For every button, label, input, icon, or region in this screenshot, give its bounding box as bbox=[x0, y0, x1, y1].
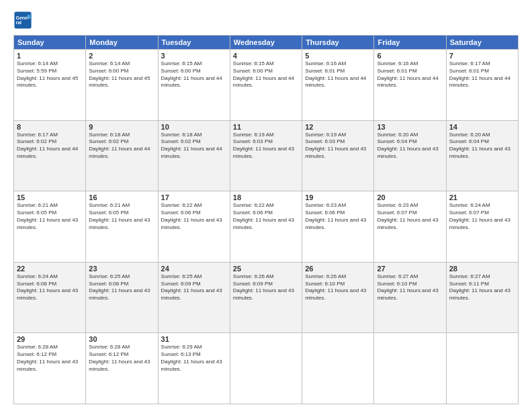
day-number: 17 bbox=[161, 193, 227, 201]
calendar-cell bbox=[374, 333, 446, 404]
calendar-week-row: 22Sunrise: 6:24 AMSunset: 6:08 PMDayligh… bbox=[14, 262, 519, 333]
day-number: 25 bbox=[233, 265, 299, 273]
calendar-cell: 8Sunrise: 6:17 AMSunset: 6:02 PMDaylight… bbox=[14, 120, 86, 191]
day-number: 20 bbox=[377, 193, 443, 201]
day-info: Sunrise: 6:21 AMSunset: 6:05 PMDaylight:… bbox=[17, 202, 83, 231]
calendar-cell: 18Sunrise: 6:22 AMSunset: 6:06 PMDayligh… bbox=[230, 191, 302, 263]
day-info: Sunrise: 6:22 AMSunset: 6:06 PMDaylight:… bbox=[161, 202, 227, 231]
calendar-cell: 3Sunrise: 6:15 AMSunset: 6:00 PMDaylight… bbox=[158, 50, 230, 121]
weekday-header: Tuesday bbox=[158, 36, 230, 50]
day-info: Sunrise: 6:14 AMSunset: 6:00 PMDaylight:… bbox=[89, 60, 154, 89]
day-info: Sunrise: 6:20 AMSunset: 6:04 PMDaylight:… bbox=[449, 132, 515, 161]
calendar-cell bbox=[446, 333, 518, 404]
calendar-cell: 27Sunrise: 6:27 AMSunset: 6:10 PMDayligh… bbox=[374, 262, 446, 333]
day-number: 3 bbox=[161, 52, 227, 60]
calendar-cell: 12Sunrise: 6:19 AMSunset: 6:03 PMDayligh… bbox=[302, 120, 374, 191]
calendar-cell: 14Sunrise: 6:20 AMSunset: 6:04 PMDayligh… bbox=[446, 120, 518, 191]
day-info: Sunrise: 6:17 AMSunset: 6:01 PMDaylight:… bbox=[449, 60, 515, 89]
day-info: Sunrise: 6:24 AMSunset: 6:08 PMDaylight:… bbox=[17, 273, 83, 302]
day-number: 2 bbox=[89, 52, 154, 60]
day-info: Sunrise: 6:19 AMSunset: 6:03 PMDaylight:… bbox=[305, 132, 371, 161]
day-info: Sunrise: 6:29 AMSunset: 6:13 PMDaylight:… bbox=[161, 344, 227, 373]
calendar-cell: 1Sunrise: 6:14 AMSunset: 5:59 PMDaylight… bbox=[14, 50, 86, 121]
day-number: 24 bbox=[161, 265, 227, 273]
calendar-cell bbox=[230, 333, 302, 404]
calendar-cell bbox=[302, 333, 374, 404]
calendar-table: SundayMondayTuesdayWednesdayThursdayFrid… bbox=[13, 35, 519, 404]
day-number: 15 bbox=[17, 193, 83, 201]
day-info: Sunrise: 6:14 AMSunset: 5:59 PMDaylight:… bbox=[17, 60, 83, 89]
svg-text:Gene-: Gene- bbox=[16, 15, 30, 20]
day-info: Sunrise: 6:17 AMSunset: 6:02 PMDaylight:… bbox=[17, 132, 83, 161]
calendar-cell: 25Sunrise: 6:26 AMSunset: 6:09 PMDayligh… bbox=[230, 262, 302, 333]
calendar-week-row: 1Sunrise: 6:14 AMSunset: 5:59 PMDaylight… bbox=[14, 50, 519, 121]
calendar-cell: 22Sunrise: 6:24 AMSunset: 6:08 PMDayligh… bbox=[14, 262, 86, 333]
day-number: 10 bbox=[161, 123, 227, 131]
calendar-cell: 11Sunrise: 6:19 AMSunset: 6:03 PMDayligh… bbox=[230, 120, 302, 191]
calendar-cell: 23Sunrise: 6:25 AMSunset: 6:08 PMDayligh… bbox=[86, 262, 158, 333]
day-number: 23 bbox=[89, 265, 154, 273]
calendar-cell: 21Sunrise: 6:24 AMSunset: 6:07 PMDayligh… bbox=[446, 191, 518, 263]
day-info: Sunrise: 6:23 AMSunset: 6:06 PMDaylight:… bbox=[305, 202, 371, 231]
calendar-week-row: 15Sunrise: 6:21 AMSunset: 6:05 PMDayligh… bbox=[14, 191, 519, 263]
day-info: Sunrise: 6:24 AMSunset: 6:07 PMDaylight:… bbox=[449, 202, 515, 231]
day-info: Sunrise: 6:27 AMSunset: 6:11 PMDaylight:… bbox=[449, 273, 515, 302]
day-number: 13 bbox=[377, 123, 443, 131]
day-info: Sunrise: 6:28 AMSunset: 6:12 PMDaylight:… bbox=[17, 344, 83, 373]
day-info: Sunrise: 6:28 AMSunset: 6:12 PMDaylight:… bbox=[89, 344, 154, 373]
day-number: 26 bbox=[305, 265, 371, 273]
day-info: Sunrise: 6:21 AMSunset: 6:05 PMDaylight:… bbox=[89, 202, 154, 231]
day-number: 18 bbox=[233, 193, 299, 201]
day-number: 29 bbox=[17, 335, 83, 343]
day-info: Sunrise: 6:15 AMSunset: 6:00 PMDaylight:… bbox=[233, 60, 299, 89]
day-number: 19 bbox=[305, 193, 371, 201]
calendar-cell: 19Sunrise: 6:23 AMSunset: 6:06 PMDayligh… bbox=[302, 191, 374, 263]
calendar-week-row: 29Sunrise: 6:28 AMSunset: 6:12 PMDayligh… bbox=[14, 333, 519, 404]
day-number: 1 bbox=[17, 52, 83, 60]
day-info: Sunrise: 6:26 AMSunset: 6:09 PMDaylight:… bbox=[233, 273, 299, 302]
weekday-header: Thursday bbox=[302, 36, 374, 50]
calendar-cell: 4Sunrise: 6:15 AMSunset: 6:00 PMDaylight… bbox=[230, 50, 302, 121]
day-info: Sunrise: 6:18 AMSunset: 6:02 PMDaylight:… bbox=[161, 132, 227, 161]
calendar-cell: 24Sunrise: 6:25 AMSunset: 6:09 PMDayligh… bbox=[158, 262, 230, 333]
page-container: Gene- ral SundayMondayTuesdayWednesdayTh… bbox=[0, 0, 532, 411]
logo-icon: Gene- ral bbox=[13, 11, 32, 30]
day-info: Sunrise: 6:18 AMSunset: 6:02 PMDaylight:… bbox=[89, 132, 154, 161]
day-info: Sunrise: 6:22 AMSunset: 6:06 PMDaylight:… bbox=[233, 202, 299, 231]
weekday-header: Saturday bbox=[446, 36, 518, 50]
day-info: Sunrise: 6:16 AMSunset: 6:01 PMDaylight:… bbox=[377, 60, 443, 89]
day-number: 28 bbox=[449, 265, 515, 273]
calendar-week-row: 8Sunrise: 6:17 AMSunset: 6:02 PMDaylight… bbox=[14, 120, 519, 191]
day-number: 8 bbox=[17, 123, 83, 131]
day-info: Sunrise: 6:26 AMSunset: 6:10 PMDaylight:… bbox=[305, 273, 371, 302]
calendar-header-row: SundayMondayTuesdayWednesdayThursdayFrid… bbox=[14, 36, 519, 50]
day-info: Sunrise: 6:19 AMSunset: 6:03 PMDaylight:… bbox=[233, 132, 299, 161]
page-header: Gene- ral bbox=[13, 11, 519, 30]
weekday-header: Friday bbox=[374, 36, 446, 50]
day-number: 12 bbox=[305, 123, 371, 131]
weekday-header: Wednesday bbox=[230, 36, 302, 50]
day-number: 16 bbox=[89, 193, 154, 201]
day-number: 14 bbox=[449, 123, 515, 131]
calendar-cell: 9Sunrise: 6:18 AMSunset: 6:02 PMDaylight… bbox=[86, 120, 158, 191]
day-number: 30 bbox=[89, 335, 154, 343]
calendar-cell: 15Sunrise: 6:21 AMSunset: 6:05 PMDayligh… bbox=[14, 191, 86, 263]
day-info: Sunrise: 6:27 AMSunset: 6:10 PMDaylight:… bbox=[377, 273, 443, 302]
calendar-cell: 10Sunrise: 6:18 AMSunset: 6:02 PMDayligh… bbox=[158, 120, 230, 191]
day-number: 4 bbox=[233, 52, 299, 60]
day-number: 11 bbox=[233, 123, 299, 131]
calendar-cell: 17Sunrise: 6:22 AMSunset: 6:06 PMDayligh… bbox=[158, 191, 230, 263]
weekday-header: Monday bbox=[86, 36, 158, 50]
calendar-cell: 2Sunrise: 6:14 AMSunset: 6:00 PMDaylight… bbox=[86, 50, 158, 121]
day-info: Sunrise: 6:15 AMSunset: 6:00 PMDaylight:… bbox=[161, 60, 227, 89]
calendar-cell: 5Sunrise: 6:16 AMSunset: 6:01 PMDaylight… bbox=[302, 50, 374, 121]
day-info: Sunrise: 6:25 AMSunset: 6:08 PMDaylight:… bbox=[89, 273, 154, 302]
calendar-cell: 31Sunrise: 6:29 AMSunset: 6:13 PMDayligh… bbox=[158, 333, 230, 404]
calendar-cell: 6Sunrise: 6:16 AMSunset: 6:01 PMDaylight… bbox=[374, 50, 446, 121]
calendar-cell: 29Sunrise: 6:28 AMSunset: 6:12 PMDayligh… bbox=[14, 333, 86, 404]
calendar-cell: 16Sunrise: 6:21 AMSunset: 6:05 PMDayligh… bbox=[86, 191, 158, 263]
day-info: Sunrise: 6:25 AMSunset: 6:09 PMDaylight:… bbox=[161, 273, 227, 302]
day-info: Sunrise: 6:20 AMSunset: 6:04 PMDaylight:… bbox=[377, 132, 443, 161]
day-number: 5 bbox=[305, 52, 371, 60]
day-info: Sunrise: 6:23 AMSunset: 6:07 PMDaylight:… bbox=[377, 202, 443, 231]
